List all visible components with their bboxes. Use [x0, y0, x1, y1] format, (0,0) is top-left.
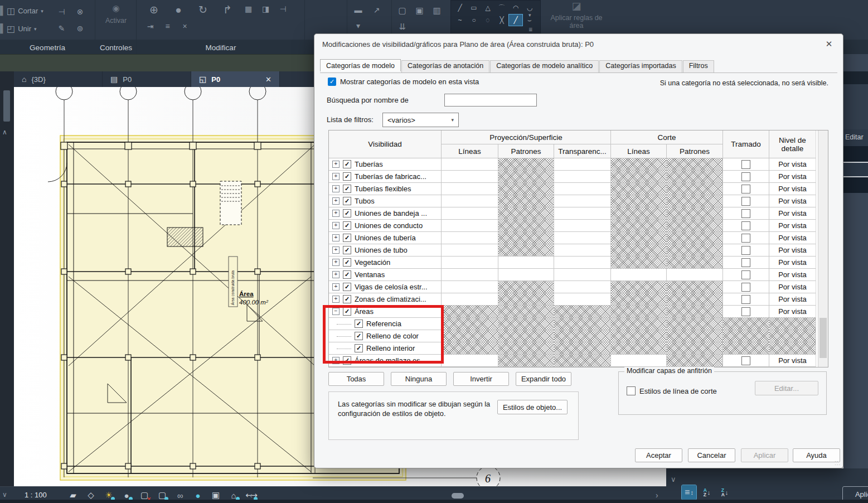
detail-level-cell[interactable]: Por vista	[769, 220, 816, 232]
schema-icon[interactable]: ⇊	[394, 18, 411, 35]
chevron-down-icon[interactable]: ∨	[2, 491, 7, 499]
detail-level-cell[interactable]: Por vista	[769, 207, 816, 220]
sort-ascending-button[interactable]: AZ ↓	[700, 485, 714, 500]
halftone-cell[interactable]	[723, 269, 769, 281]
offset-icon[interactable]: ↱	[215, 1, 240, 18]
patterns-cut-cell[interactable]	[667, 330, 723, 342]
lines-projection-cell[interactable]	[442, 158, 498, 171]
visibility-cell[interactable]: +✓Uniones de tubo	[329, 244, 442, 257]
tangent-arc-tool-icon[interactable]: ◡	[523, 2, 536, 13]
fillet-arc-tool-icon[interactable]: ◠	[509, 2, 522, 13]
view-tab-p0[interactable]: ◱P0✕	[191, 71, 280, 87]
sub-header-transparencia[interactable]: Transparenc...	[554, 144, 611, 158]
lines-projection-cell[interactable]	[442, 220, 498, 232]
transparency-cell[interactable]	[554, 232, 611, 244]
expand-icon[interactable]: +	[332, 173, 340, 180]
transparency-cell[interactable]	[554, 355, 611, 367]
align-icon[interactable]: ⇥	[142, 18, 159, 34]
delete-icon[interactable]: ×	[176, 18, 193, 34]
ellipse-tool-icon[interactable]: ○	[467, 14, 481, 26]
tab-categor-as-de-modelo[interactable]: Categorías de modelo	[320, 59, 401, 71]
caret-down-icon[interactable]: ▾	[528, 12, 531, 18]
halftone-cell[interactable]	[723, 195, 769, 207]
detail-level-cell[interactable]	[769, 318, 816, 330]
halftone-cell[interactable]	[723, 342, 769, 355]
expand-icon[interactable]: +	[332, 222, 340, 229]
lines-projection-cell[interactable]	[442, 183, 498, 195]
halftone-checkbox[interactable]	[741, 172, 750, 181]
chevron-left-icon[interactable]: ‹	[250, 491, 253, 500]
patterns-cut-cell[interactable]	[667, 293, 723, 306]
line-tool-icon[interactable]: ╱	[453, 2, 467, 13]
category-checkbox[interactable]: ✓	[343, 258, 351, 267]
sort-descending-button[interactable]: ZA ↓	[717, 485, 732, 500]
transparency-cell[interactable]	[554, 158, 611, 171]
paint-icon[interactable]: ✎	[52, 20, 71, 37]
patterns-cut-cell[interactable]	[667, 342, 723, 355]
transparency-cell[interactable]	[554, 257, 611, 269]
expand-icon[interactable]: +	[332, 246, 340, 254]
mirror-icon[interactable]: ◨	[257, 1, 274, 17]
patterns-projection-cell[interactable]	[498, 171, 554, 183]
table-scrollbar[interactable]	[818, 130, 828, 367]
detail-level-cell[interactable]	[769, 342, 816, 355]
lines-cut-cell[interactable]	[611, 281, 667, 293]
transparency-cell[interactable]	[554, 183, 611, 195]
halftone-checkbox[interactable]	[741, 307, 750, 316]
lines-projection-cell[interactable]	[442, 281, 498, 293]
tab-categor-as-de-modelo-anal-tico[interactable]: Categorías de modelo analítico	[490, 60, 599, 72]
transparency-cell[interactable]	[554, 244, 611, 257]
category-checkbox[interactable]: ✓	[343, 160, 351, 168]
detail-level-cell[interactable]: Por vista	[769, 257, 816, 269]
lines-cut-cell[interactable]	[611, 306, 667, 318]
lines-cut-cell[interactable]	[611, 232, 667, 244]
category-checkbox[interactable]: ✓	[355, 320, 363, 328]
patterns-projection-cell[interactable]	[498, 330, 554, 342]
invertir-button[interactable]: Invertir	[453, 372, 509, 386]
halftone-cell[interactable]	[723, 158, 769, 171]
tab-filtros[interactable]: Filtros	[683, 60, 714, 72]
unchecked-checkbox-icon[interactable]	[627, 386, 636, 395]
group-icon[interactable]: ▥	[428, 2, 445, 18]
patterns-cut-cell[interactable]	[667, 257, 723, 269]
lines-projection-cell[interactable]	[442, 232, 498, 244]
todas-button[interactable]: Todas	[328, 372, 384, 386]
lines-projection-cell[interactable]	[442, 318, 498, 330]
transparency-cell[interactable]	[554, 195, 611, 207]
browser-scrollbar-thumb[interactable]	[3, 90, 10, 122]
chevron-right-icon[interactable]: ›	[656, 491, 658, 500]
halftone-checkbox[interactable]	[741, 258, 750, 267]
expand-icon[interactable]: +	[332, 197, 340, 205]
expand-icon[interactable]: +	[332, 357, 340, 364]
patterns-projection-cell[interactable]	[498, 183, 554, 195]
category-checkbox[interactable]: ✓	[343, 270, 351, 279]
apply-area-rules-button[interactable]: ◪ Aplicar reglas de área	[547, 0, 605, 35]
visibility-cell[interactable]: +✓Ventanas	[329, 269, 442, 281]
patterns-cut-cell[interactable]	[667, 355, 723, 367]
visibility-cell[interactable]: +✓Vigas de celosía estr...	[329, 281, 442, 293]
halftone-checkbox[interactable]	[741, 185, 750, 194]
lines-cut-cell[interactable]	[611, 293, 667, 306]
halftone-checkbox[interactable]	[741, 283, 750, 292]
editar-button[interactable]: Editar...	[755, 381, 818, 395]
modify-panel-label[interactable]: Modificar	[137, 43, 304, 52]
halftone-cell[interactable]	[723, 293, 769, 306]
sub-header-lineas-proy[interactable]: Líneas	[442, 144, 498, 158]
halftone-checkbox[interactable]	[741, 160, 750, 169]
detail-level-cell[interactable]: Por vista	[769, 281, 816, 293]
visibility-cell[interactable]: +✓Tuberías flexibles	[329, 183, 442, 195]
patterns-cut-cell[interactable]	[667, 220, 723, 232]
lines-cut-cell[interactable]	[611, 318, 667, 330]
transparency-cell[interactable]	[554, 306, 611, 318]
close-icon[interactable]: ✕	[824, 39, 834, 49]
expand-icon[interactable]: +	[332, 185, 340, 192]
expand-icon[interactable]: +	[332, 296, 340, 303]
patterns-projection-cell[interactable]	[498, 257, 554, 269]
category-checkbox[interactable]: ✓	[343, 185, 351, 193]
transparency-cell[interactable]	[554, 330, 611, 342]
lines-cut-cell[interactable]	[611, 195, 667, 207]
visibility-cell[interactable]: +✓Uniones de tubería	[329, 232, 442, 244]
patterns-cut-cell[interactable]	[667, 171, 723, 183]
view-tab-p0[interactable]: ▤P0	[103, 71, 191, 87]
cut-geometry-icon[interactable]: ⊗	[71, 3, 89, 20]
